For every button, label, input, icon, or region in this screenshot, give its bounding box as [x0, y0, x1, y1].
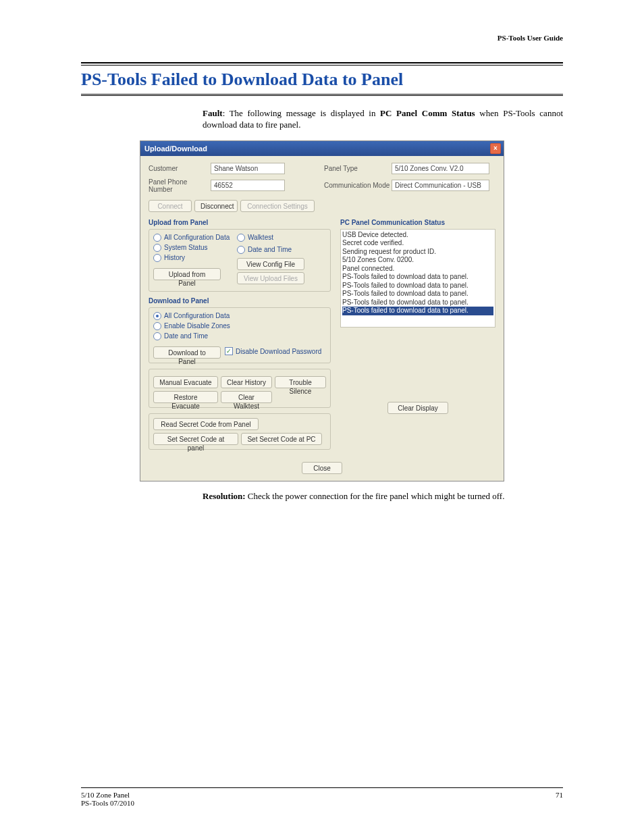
dialog-title: Upload/Download [144, 145, 207, 153]
fault-label: Fault [203, 108, 223, 118]
disconnect-button[interactable]: Disconnect [194, 200, 238, 212]
radio-walktest[interactable]: Walktest [237, 234, 318, 242]
phone-label: Panel Phone Number [149, 178, 211, 193]
resolution-paragraph: Resolution: Check the power connection f… [203, 491, 563, 502]
rule-top-thick [81, 62, 563, 63]
close-icon[interactable]: × [490, 143, 501, 154]
disable-download-password-check[interactable]: ✓Disable Download Password [225, 347, 321, 355]
customer-field[interactable]: Shane Watson [211, 163, 285, 174]
status-line-selected: PS-Tools failed to download data to pane… [342, 307, 493, 315]
checkbox-icon: ✓ [225, 347, 233, 355]
radio-dl-date-time[interactable]: Date and Time [153, 332, 326, 340]
status-line: PS-Tools failed to download data to pane… [342, 298, 493, 307]
radio-icon [153, 332, 161, 340]
radio-dl-all-config[interactable]: All Configuration Data [153, 312, 326, 320]
footer-page-number: 71 [556, 791, 563, 807]
resolution-label: Resolution: [203, 491, 246, 501]
status-line: PS-Tools failed to download data to pane… [342, 290, 493, 298]
page-footer: 5/10 Zone Panel PS-Tools 07/2010 71 [81, 787, 563, 807]
customer-label: Customer [149, 165, 211, 172]
clear-history-button[interactable]: Clear History [221, 376, 272, 388]
status-line: PS-Tools failed to download data to pane… [342, 273, 493, 282]
radio-icon [237, 234, 245, 242]
resolution-text: Check the power connection for the fire … [246, 491, 505, 501]
section-title: PS-Tools Failed to Download Data to Pane… [81, 70, 563, 90]
trouble-silence-button[interactable]: Trouble Silence [275, 376, 326, 388]
comm-mode-field: Direct Communication - USB [392, 180, 489, 191]
footer-date: PS-Tools 07/2010 [81, 799, 134, 807]
secret-code-group: Read Secret Code from Panel Set Secret C… [149, 413, 331, 450]
close-button[interactable]: Close [302, 462, 342, 474]
radio-icon [237, 246, 245, 254]
panel-type-field: 5/10 Zones Conv. V2.0 [392, 163, 489, 174]
read-secret-code-button[interactable]: Read Secret Code from Panel [153, 418, 259, 430]
connect-button[interactable]: Connect [149, 200, 192, 212]
clear-walktest-button[interactable]: Clear Walktest [221, 391, 272, 403]
upload-download-dialog: Upload/Download × Customer Shane Watson … [140, 140, 504, 481]
view-upload-files-button[interactable]: View Upload Files [237, 272, 304, 284]
radio-all-config[interactable]: All Configuration Data [153, 234, 234, 242]
radio-system-status[interactable]: System Status [153, 244, 234, 252]
radio-date-time[interactable]: Date and Time [237, 246, 318, 254]
panel-type-label: Panel Type [324, 165, 392, 172]
radio-dl-enable-disable[interactable]: Enable Disable Zones [153, 322, 326, 330]
checkbox-label: Disable Download Password [236, 348, 321, 355]
footer-product: 5/10 Zone Panel [81, 791, 134, 799]
fault-paragraph: Fault: The following message is displaye… [203, 108, 563, 131]
status-line: Secret code verified. [342, 239, 493, 248]
comm-status-list: USB Device detected. Secret code verifie… [340, 229, 495, 328]
download-group: All Configuration Data Enable Disable Zo… [149, 307, 331, 363]
set-secret-code-pc-button[interactable]: Set Secret Code at PC [241, 433, 322, 445]
radio-label: Walktest [248, 234, 273, 241]
running-header: PS-Tools User Guide [81, 34, 563, 42]
dialog-titlebar: Upload/Download × [140, 141, 504, 156]
radio-icon [153, 234, 161, 242]
status-line: 5/10 Zones Conv. 0200. [342, 256, 493, 265]
download-to-panel-button[interactable]: Download to Panel [153, 346, 221, 359]
radio-icon [153, 254, 161, 262]
connection-settings-button[interactable]: Connection Settings [240, 200, 315, 212]
radio-icon [153, 244, 161, 252]
action-group: Manual Evacuate Clear History Trouble Si… [149, 369, 331, 408]
radio-icon [153, 312, 161, 320]
rule-top-thin [81, 65, 563, 66]
upload-group: All Configuration Data System Status His… [149, 229, 331, 292]
radio-label: Date and Time [248, 246, 292, 253]
status-line: USB Device detected. [342, 231, 493, 240]
upload-group-header: Upload from Panel [149, 219, 331, 226]
status-line: Sending request for product ID. [342, 248, 493, 257]
phone-field[interactable]: 46552 [211, 180, 285, 191]
radio-icon [153, 322, 161, 330]
radio-label: All Configuration Data [164, 234, 230, 241]
radio-label: System Status [164, 244, 207, 251]
radio-history[interactable]: History [153, 254, 234, 262]
radio-label: Date and Time [164, 332, 208, 340]
radio-label: History [164, 254, 185, 261]
restore-evacuate-button[interactable]: Restore Evacuate [153, 391, 218, 403]
status-line: Panel connected. [342, 265, 493, 273]
upload-from-panel-button[interactable]: Upload from Panel [153, 268, 221, 280]
download-group-header: Download to Panel [149, 297, 331, 305]
rule-under-title-2 [81, 95, 563, 96]
clear-display-button[interactable]: Clear Display [387, 402, 448, 414]
set-secret-code-panel-button[interactable]: Set Secret Code at panel [153, 433, 238, 445]
fault-text-1: : The following message is displayed in [223, 108, 380, 118]
comm-mode-label: Communication Mode [324, 182, 392, 189]
fault-bold: PC Panel Comm Status [380, 108, 475, 118]
view-config-file-button[interactable]: View Config File [237, 258, 304, 270]
manual-evacuate-button[interactable]: Manual Evacuate [153, 376, 218, 388]
radio-label: Enable Disable Zones [164, 322, 230, 330]
rule-under-title-1 [81, 94, 563, 95]
comm-status-header: PC Panel Communication Status [340, 219, 495, 226]
radio-label: All Configuration Data [164, 312, 230, 319]
status-line: PS-Tools failed to download data to pane… [342, 282, 493, 290]
